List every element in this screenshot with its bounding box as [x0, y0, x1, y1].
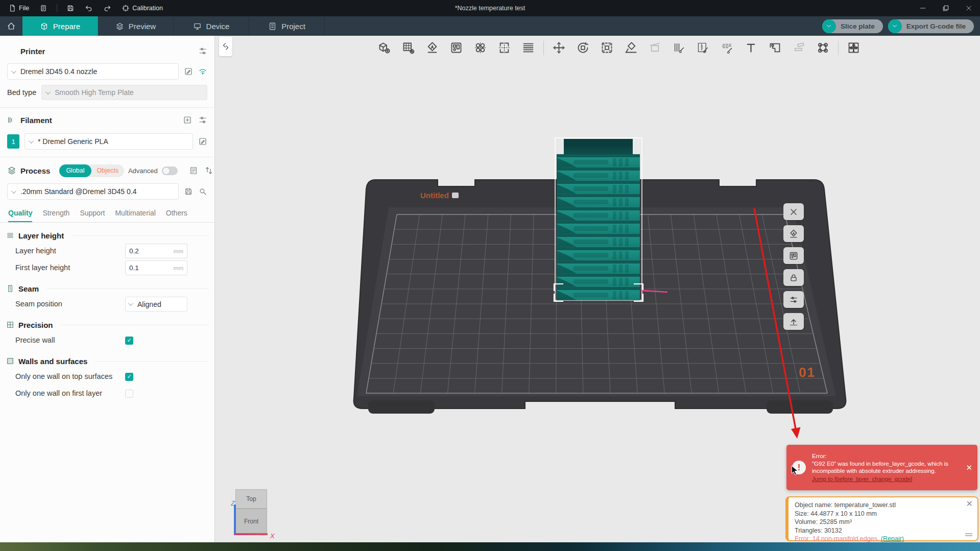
one-wall-first-checkbox[interactable]	[125, 390, 133, 398]
add-filament-icon[interactable]	[183, 115, 192, 125]
fuzzy-skin-button[interactable]	[718, 39, 736, 57]
search-settings-icon[interactable]	[198, 187, 207, 196]
collapse-sidebar-button[interactable]	[219, 37, 232, 56]
support-paint-button[interactable]	[670, 39, 688, 57]
save-preset-icon[interactable]	[184, 187, 193, 196]
tab-others[interactable]: Others	[166, 209, 187, 222]
add-object-icon	[377, 41, 391, 55]
split-parts-button[interactable]	[495, 39, 513, 57]
filament-slot-badge[interactable]: 1	[7, 134, 19, 149]
section-title: Layer height	[18, 231, 64, 240]
minimize-button[interactable]	[911, 0, 934, 16]
plate-up-button[interactable]	[783, 313, 804, 330]
export-gcode-label: Export G-code file	[906, 22, 966, 30]
seam-position-select[interactable]: Aligned	[125, 297, 187, 312]
tab-quality[interactable]: Quality	[8, 209, 32, 222]
puzzle-button[interactable]	[845, 39, 863, 57]
edit-printer-icon[interactable]	[184, 67, 193, 76]
viewport-toolbar	[375, 39, 863, 57]
slice-dropdown-chevron-icon[interactable]	[822, 19, 836, 33]
layer-height-input[interactable]: 0.2mm	[125, 244, 187, 258]
boolean-button[interactable]	[814, 39, 832, 57]
export-gcode-button[interactable]: Export G-code file	[888, 19, 974, 33]
setting-row: Only one wall on first layer	[0, 386, 214, 401]
close-button[interactable]	[957, 0, 980, 16]
plate-settings-button[interactable]	[783, 291, 804, 308]
lock-plate-button[interactable]	[783, 269, 804, 286]
bed-type-select[interactable]: Smooth High Temp Plate	[41, 85, 207, 100]
tab-support[interactable]: Support	[80, 209, 105, 222]
preset-list-icon[interactable]	[189, 166, 198, 175]
auto-orient-plate-button[interactable]	[783, 225, 804, 242]
object-error-line: Error: 14 non-manifold edges.	[795, 535, 879, 542]
chevron-down-icon	[11, 188, 16, 194]
split-objects-button[interactable]	[471, 39, 489, 57]
move-button[interactable]	[550, 39, 568, 57]
compare-presets-icon[interactable]	[204, 166, 213, 175]
temperature-tower-model[interactable]	[557, 139, 640, 300]
one-wall-top-checkbox[interactable]: ✓	[125, 373, 133, 381]
filament-preset-select[interactable]: * Dremel Generic PLA	[25, 133, 193, 150]
rotate-button[interactable]	[574, 39, 592, 57]
undo-button[interactable]	[81, 3, 97, 14]
scope-objects-button[interactable]: Objects	[91, 167, 124, 174]
restore-icon	[942, 4, 950, 12]
info-resize-icon[interactable]	[965, 533, 972, 536]
restore-button[interactable]	[934, 0, 957, 16]
redo-button[interactable]	[99, 3, 115, 14]
tab-label: Preview	[129, 22, 156, 31]
printer-preset-select[interactable]: Dremel 3D45 0.4 nozzle	[7, 63, 179, 80]
info-close-icon[interactable]: ✕	[966, 500, 973, 509]
tab-device[interactable]: Device	[174, 16, 249, 36]
3d-viewport[interactable]: Untitled 01 Top Front Z X ! Error: "G92 …	[215, 36, 980, 542]
cut-button[interactable]	[646, 39, 664, 57]
tab-multimaterial[interactable]: Multimaterial	[115, 209, 155, 222]
edit-filament-icon[interactable]	[198, 137, 207, 146]
assembly-button[interactable]	[790, 39, 808, 57]
measure-icon	[768, 41, 782, 55]
filament-settings-icon[interactable]	[198, 115, 207, 125]
tab-preview[interactable]: Preview	[98, 16, 174, 36]
nav-cube-front-face[interactable]: Front	[235, 509, 267, 534]
plate-name-label[interactable]: Untitled	[420, 191, 459, 200]
process-preset-select[interactable]: .20mm Standard @Dremel 3D45 0.4	[7, 183, 179, 200]
first-layer-height-input[interactable]: 0.1mm	[125, 260, 187, 275]
notes-button[interactable]	[35, 3, 52, 14]
home-button[interactable]	[0, 16, 22, 36]
lay-flat-button[interactable]	[622, 39, 640, 57]
navigation-cube[interactable]: Top Front Z X	[233, 489, 269, 535]
wifi-icon[interactable]	[198, 67, 207, 76]
arrange-plate-button[interactable]	[783, 247, 804, 264]
plate-settings-mini-icon[interactable]	[452, 193, 459, 198]
auto-orient-button[interactable]	[423, 39, 441, 57]
repair-link[interactable]: (Repair)	[881, 535, 904, 542]
error-toast-link[interactable]: Jump to [before_layer_change_gcode]	[812, 475, 912, 483]
delete-all-button[interactable]	[783, 203, 804, 220]
scale-button[interactable]	[598, 39, 616, 57]
precise-wall-checkbox[interactable]: ✓	[125, 337, 133, 345]
text-tool-button[interactable]	[742, 39, 760, 57]
process-scope-segment: Global Objects	[59, 164, 124, 177]
printer-settings-icon[interactable]	[198, 46, 207, 56]
nav-cube-top-face[interactable]: Top	[235, 489, 267, 509]
cut-icon	[648, 41, 662, 55]
advanced-toggle[interactable]	[162, 166, 178, 175]
add-plate-button[interactable]	[399, 39, 417, 57]
fuzzy-skin-icon	[720, 41, 734, 55]
var-layer-button[interactable]	[519, 39, 537, 57]
export-dropdown-chevron-icon[interactable]	[888, 19, 902, 33]
save-button[interactable]	[62, 3, 79, 14]
calibration-button[interactable]: Calibration	[117, 3, 167, 14]
tab-prepare[interactable]: Prepare	[22, 16, 98, 36]
arrange-button[interactable]	[447, 39, 465, 57]
settings-section: Walls and surfaces Only one wall on top …	[0, 354, 214, 401]
slice-plate-button[interactable]: Slice plate	[822, 19, 883, 33]
add-object-button[interactable]	[375, 39, 393, 57]
measure-button[interactable]	[766, 39, 784, 57]
scope-global-button[interactable]: Global	[59, 164, 91, 177]
tab-project[interactable]: Project	[249, 16, 325, 36]
tab-strength[interactable]: Strength	[42, 209, 69, 222]
file-menu[interactable]: File	[4, 3, 33, 14]
seam-paint-button[interactable]	[694, 39, 712, 57]
toast-close-icon[interactable]: ✕	[966, 463, 972, 472]
